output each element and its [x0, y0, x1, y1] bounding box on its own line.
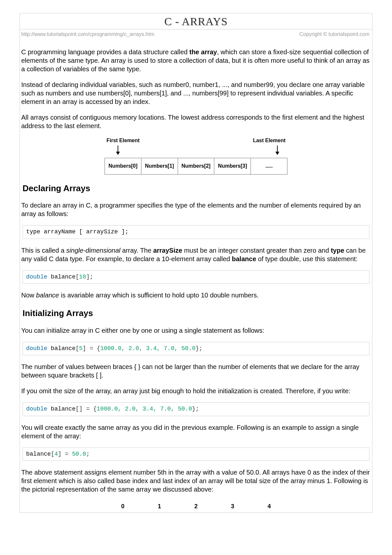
diagram-cell: .....: [251, 158, 287, 174]
array-diagram: First Element Last Element Numbers[0] Nu…: [105, 137, 287, 175]
code-block-assign-element: balance[4] = 50.0;: [23, 447, 369, 461]
content-box: C - ARRAYS http://www.tutorialspoint.com…: [20, 13, 372, 513]
intro-paragraph-1: C programming language provides a data s…: [21, 48, 371, 73]
index-cell: 0: [105, 501, 141, 512]
init-paragraph-2: The number of values between braces { } …: [21, 362, 371, 379]
declaring-paragraph-1: To declare an array in C, a programmer s…: [21, 201, 371, 218]
index-row: 0 1 2 3 4: [105, 501, 287, 512]
diagram-arrows: [105, 145, 287, 158]
init-paragraph-3: If you omit the size of the array, an ar…: [21, 387, 371, 395]
diagram-cell: Numbers[3]: [214, 158, 251, 174]
code-block-init-unsized: double balance[] = {1000.0, 2.0, 3.4, 7.…: [23, 402, 369, 416]
meta-row: http://www.tutorialspoint.com/cprogrammi…: [20, 29, 372, 41]
declaring-paragraph-2: This is called a single-dimensional arra…: [21, 246, 371, 263]
diagram-cells-row: Numbers[0] Numbers[1] Numbers[2] Numbers…: [105, 158, 287, 175]
index-cell: 1: [141, 501, 178, 512]
diagram-labels: First Element Last Element: [105, 137, 287, 144]
last-element-label: Last Element: [253, 137, 286, 144]
intro-paragraph-2: Instead of declaring individual variable…: [21, 80, 371, 106]
first-element-label: First Element: [106, 137, 139, 144]
heading-declaring-arrays: Declaring Arrays: [23, 183, 371, 194]
init-paragraph-1: You can initialize array in C either one…: [21, 326, 371, 335]
array-index-diagram: 0 1 2 3 4: [105, 501, 287, 512]
index-cell: 3: [214, 501, 251, 512]
intro-paragraph-3: All arrays consist of contiguous memory …: [21, 113, 371, 130]
index-cell: 2: [178, 501, 214, 512]
code-block-declare-syntax: type arrayName [ arraySize ];: [23, 225, 369, 239]
code-block-init-sized: double balance[5] = {1000.0, 2.0, 3.4, 7…: [23, 342, 369, 355]
arrow-down-icon: [277, 145, 278, 155]
heading-initializing-arrays: Initializing Arrays: [23, 308, 371, 319]
copyright-text: Copyright © tutorialspoint.com: [299, 31, 369, 37]
diagram-cell: Numbers[2]: [178, 158, 215, 174]
diagram-cell: Numbers[1]: [141, 158, 178, 174]
declaring-paragraph-3: Now balance is avariable array which is …: [21, 291, 371, 299]
page: C - ARRAYS http://www.tutorialspoint.com…: [0, 13, 392, 513]
index-cell: 4: [251, 501, 287, 512]
body-text: C programming language provides a data s…: [20, 48, 372, 513]
page-title: C - ARRAYS: [20, 15, 372, 28]
diagram-cell: Numbers[0]: [105, 158, 141, 174]
init-paragraph-5: The above statement assigns element numb…: [21, 468, 371, 494]
code-block-declare-balance: double balance[10];: [23, 270, 369, 284]
arrow-down-icon: [118, 145, 118, 155]
source-url-link[interactable]: http://www.tutorialspoint.com/cprogrammi…: [21, 31, 154, 37]
title-bar: C - ARRAYS: [20, 13, 372, 29]
init-paragraph-4: You will create exactly the same array a…: [21, 423, 371, 440]
